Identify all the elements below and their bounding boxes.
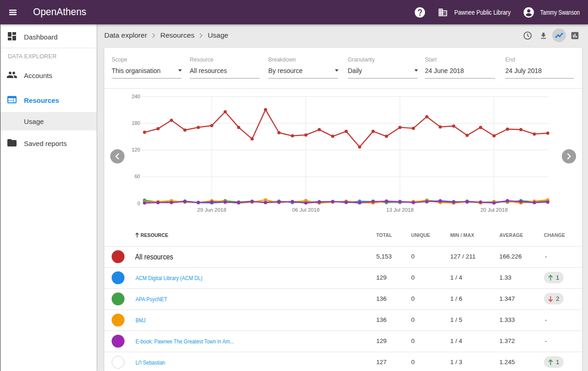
svg-text:120: 120	[132, 147, 140, 152]
svg-text:13 Jul 2018: 13 Jul 2018	[386, 207, 413, 213]
svg-text:29 Jun 2018: 29 Jun 2018	[197, 207, 226, 213]
svg-text:180: 180	[132, 120, 140, 126]
svg-text:240: 240	[132, 94, 140, 99]
svg-text:60: 60	[135, 174, 140, 179]
svg-text:20 Jul 2018: 20 Jul 2018	[481, 207, 508, 213]
svg-text:06 Jul 2018: 06 Jul 2018	[292, 207, 319, 213]
svg-text:0: 0	[137, 201, 140, 206]
